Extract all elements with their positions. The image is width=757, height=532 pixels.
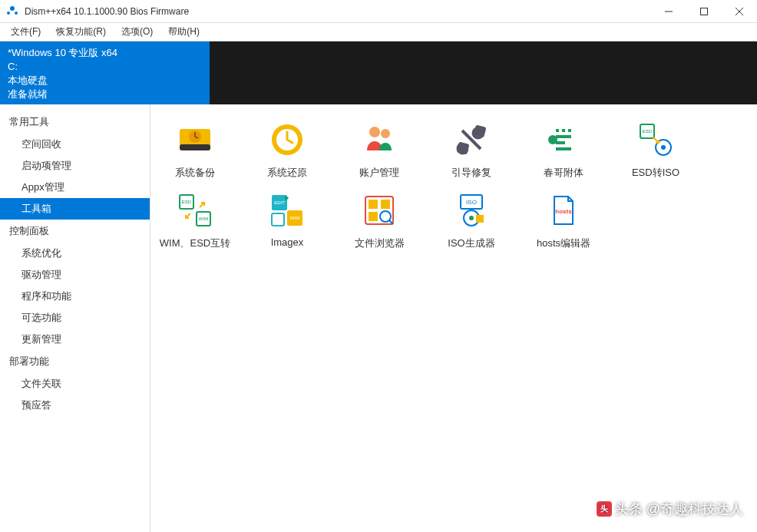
sidebar-item-startup[interactable]: 启动项管理: [0, 155, 150, 177]
svg-point-10: [381, 129, 390, 138]
svg-rect-29: [381, 200, 390, 209]
chunge-icon: [545, 121, 582, 158]
tool-label: WIM、ESD互转: [160, 236, 230, 250]
sidebar-group-deploy: 部署功能: [0, 350, 150, 373]
window-controls: [651, 0, 757, 23]
tool-label: 文件浏览器: [355, 236, 405, 250]
tool-hosts-editor[interactable]: hosts hosts编辑器: [528, 189, 599, 253]
svg-text:EDIT: EDIT: [274, 200, 285, 205]
backup-icon: [177, 121, 213, 158]
main-content: 常用工具 空间回收 启动项管理 Appx管理 工具箱 控制面板 系统优化 驱动管…: [0, 104, 757, 532]
tool-imagex[interactable]: EDITWIM Imagex: [252, 189, 322, 253]
svg-text:ESD: ESD: [643, 129, 653, 134]
os-name: *Windows 10 专业版 x64: [8, 46, 202, 60]
svg-point-31: [380, 211, 391, 222]
infobar-dark-area: [210, 41, 757, 104]
sidebar-item-toolbox[interactable]: 工具箱: [0, 198, 150, 220]
hosts-icon: hosts: [545, 192, 582, 229]
tool-iso-generator[interactable]: ISO ISO生成器: [436, 189, 507, 253]
tool-file-explorer[interactable]: 文件浏览器: [344, 189, 415, 253]
sidebar-item-update[interactable]: 更新管理: [0, 329, 150, 350]
svg-rect-37: [476, 215, 484, 223]
imagex-icon: EDITWIM: [269, 192, 306, 229]
svg-rect-26: [272, 213, 284, 226]
disk-type: 本地硬盘: [8, 74, 202, 88]
menubar: 文件(F) 恢复功能(R) 选项(O) 帮助(H): [0, 23, 757, 41]
tool-label: ISO生成器: [448, 236, 494, 250]
sidebar-item-optional[interactable]: 可选功能: [0, 307, 150, 329]
app-icon: [5, 4, 20, 19]
tool-system-restore[interactable]: 系统还原: [252, 118, 322, 183]
wim-esd-icon: ESDWIM: [177, 192, 213, 229]
sidebar: 常用工具 空间回收 启动项管理 Appx管理 工具箱 控制面板 系统优化 驱动管…: [0, 104, 150, 532]
sidebar-item-driver[interactable]: 驱动管理: [0, 264, 150, 286]
tool-label: ESD转ISO: [632, 166, 679, 180]
svg-point-9: [369, 127, 380, 137]
tool-label: 系统还原: [267, 166, 307, 180]
watermark: 头 头条 @奇趣科技达人: [597, 500, 743, 518]
svg-text:ISO: ISO: [466, 199, 477, 206]
tool-label: 引导修复: [451, 166, 491, 180]
svg-text:ESD: ESD: [182, 200, 192, 204]
tool-boot-repair[interactable]: 引导修复: [436, 118, 507, 183]
esd-iso-icon: ESD: [637, 121, 674, 158]
svg-rect-5: [180, 144, 210, 150]
svg-point-17: [661, 145, 666, 150]
sidebar-group-control: 控制面板: [0, 220, 150, 243]
svg-text:WIM: WIM: [199, 216, 208, 221]
svg-point-36: [469, 216, 474, 220]
menu-options[interactable]: 选项(O): [114, 24, 160, 40]
system-info-panel[interactable]: *Windows 10 专业版 x64 C: 本地硬盘 准备就绪: [0, 41, 210, 104]
minimize-button[interactable]: [651, 0, 686, 23]
infobar: *Windows 10 专业版 x64 C: 本地硬盘 准备就绪: [0, 41, 757, 104]
maximize-button[interactable]: [686, 0, 722, 23]
tool-chunge[interactable]: 春哥附体: [528, 118, 599, 183]
account-icon: [361, 121, 398, 158]
iso-gen-icon: ISO: [453, 192, 490, 229]
menu-help[interactable]: 帮助(H): [160, 24, 207, 40]
tool-wim-esd-convert[interactable]: ESDWIM WIM、ESD互转: [160, 189, 230, 253]
svg-text:hosts: hosts: [555, 208, 572, 215]
sidebar-item-fileassoc[interactable]: 文件关联: [0, 373, 150, 395]
watermark-icon: 头: [597, 501, 612, 517]
tool-esd-to-iso[interactable]: ESD ESD转ISO: [620, 118, 691, 183]
svg-point-13: [548, 135, 557, 144]
tool-label: 账户管理: [359, 166, 399, 180]
tool-label: hosts编辑器: [537, 236, 590, 250]
tool-label: 春哥附体: [544, 166, 583, 180]
menu-recovery[interactable]: 恢复功能(R): [48, 24, 114, 40]
tool-label: Imagex: [271, 236, 304, 248]
svg-text:WIM: WIM: [290, 216, 299, 220]
sidebar-item-space[interactable]: 空间回收: [0, 134, 150, 155]
svg-rect-28: [369, 200, 378, 209]
sidebar-item-programs[interactable]: 程序和功能: [0, 286, 150, 307]
content-area: 系统备份 系统还原 账户管理 引导修复: [150, 104, 757, 532]
watermark-text: 头条 @奇趣科技达人: [615, 500, 743, 518]
sidebar-item-answerfile[interactable]: 预应答: [0, 395, 150, 416]
close-button[interactable]: [722, 0, 757, 23]
status-text: 准备就绪: [8, 88, 202, 101]
explorer-icon: [361, 192, 398, 229]
sidebar-item-appx[interactable]: Appx管理: [0, 177, 150, 198]
drive-letter: C:: [8, 60, 202, 74]
boot-repair-icon: [453, 121, 490, 158]
tool-account-management[interactable]: 账户管理: [344, 118, 415, 183]
titlebar: Dism++x64 10.1.1000.90 Bios Firmware: [0, 0, 757, 23]
svg-rect-30: [369, 212, 378, 221]
titlebar-title: Dism++x64 10.1.1000.90 Bios Firmware: [25, 6, 651, 17]
sidebar-group-common: 常用工具: [0, 111, 150, 134]
svg-rect-1: [701, 8, 708, 15]
tool-system-backup[interactable]: 系统备份: [160, 118, 230, 183]
restore-icon: [269, 121, 306, 158]
tool-grid: 系统备份 系统还原 账户管理 引导修复: [160, 118, 748, 253]
tool-label: 系统备份: [175, 166, 215, 180]
menu-file[interactable]: 文件(F): [3, 24, 48, 40]
sidebar-item-sysopt[interactable]: 系统优化: [0, 243, 150, 264]
